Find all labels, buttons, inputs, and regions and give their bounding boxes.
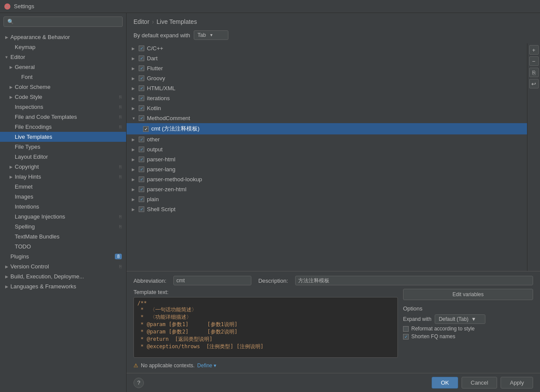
remove-button[interactable]: − [529,56,539,66]
define-link[interactable]: Define ▾ [197,363,216,369]
checkbox-parserzenhtml[interactable] [139,186,144,192]
sidebar-item-filecodetemplates[interactable]: File and Code Templates ⎘ [0,112,126,122]
template-group-methodcomment[interactable]: MethodComment [127,113,527,123]
checkbox-kotlin[interactable] [139,105,144,111]
checkbox-flutter[interactable] [139,65,144,71]
template-group-parsermethodlookup[interactable]: parser-method-lookup [127,174,527,184]
restore-button[interactable]: ↩ [529,79,539,88]
copy-button[interactable]: ⎘ [529,68,539,77]
sidebar-item-todo[interactable]: TODO [0,242,126,252]
sidebar-item-label: Editor [10,54,25,60]
sidebar-item-layouteditor[interactable]: Layout Editor [0,152,126,162]
template-item-cmt[interactable]: cmt (方法注释模板) [127,123,527,134]
help-button[interactable]: ? [133,378,144,388]
sidebar-item-copyright[interactable]: Copyright ⎘ [0,162,126,172]
sidebar-item-label: Code Style [15,94,42,100]
sidebar-item-codestyle[interactable]: Code Style ⎘ [0,92,126,102]
label-other: other [147,136,160,143]
apply-button[interactable]: Apply [501,377,533,389]
template-group-other[interactable]: other [127,134,527,144]
checkbox-parsermethodlookup[interactable] [139,176,144,182]
sidebar-item-versioncontrol[interactable]: Version Control ⎘ [0,261,126,271]
breadcrumb-sep: › [152,18,154,25]
template-group-kotlin[interactable]: Kotlin [127,103,527,113]
checkbox-plain[interactable] [139,196,144,202]
template-group-iterations[interactable]: iterations [127,93,527,103]
template-group-parserhtml[interactable]: parser-html [127,154,527,164]
sidebar-item-images[interactable]: Images [0,192,126,202]
checkbox-parserlang[interactable] [139,167,144,172]
label-parserlang: parser-lang [147,166,176,173]
sidebar-item-label: Languages & Frameworks [10,283,76,290]
checkbox-output[interactable] [139,147,144,152]
checkbox-groovy[interactable] [139,75,144,81]
dropdown-arrow: ▼ [209,33,213,37]
checkbox-dart[interactable] [139,56,144,61]
template-textarea[interactable]: /** * 〈一句话功能简述〉 * 〈功能详细描述〉 * @param [参数1… [133,297,398,358]
copy-icon5: ⎘ [119,164,122,169]
sidebar-item-fileencodings[interactable]: File Encodings ⎘ [0,122,126,132]
template-group-plain[interactable]: plain [127,194,527,204]
sidebar: 🔍 Appearance & Behavior Keymap Editor Ge… [0,13,127,392]
template-group-parserzenhtml[interactable]: parser-zen-html [127,184,527,194]
options-section: Options Expand with Default (Tab) ▼ Refo… [403,305,533,340]
sidebar-item-filetypes[interactable]: File Types [0,142,126,152]
sidebar-item-label: TextMate Bundles [15,233,59,240]
sidebar-item-buildexecution[interactable]: Build, Execution, Deployme... [0,271,126,281]
sidebar-item-keymap[interactable]: Keymap [0,42,126,52]
checkbox-other[interactable] [139,137,144,142]
sidebar-item-languageinjections[interactable]: Language Injections ⎘ [0,212,126,222]
label-shellscript: Shell Script [147,206,176,212]
checkbox-methodcomment[interactable] [139,115,144,121]
search-input[interactable] [16,19,119,25]
sidebar-item-label: Inlay Hints [15,173,41,180]
checkbox-cmt[interactable] [143,126,149,132]
sidebar-item-general[interactable]: General [0,62,126,72]
abbreviation-input[interactable] [173,276,251,285]
sidebar-item-inspections[interactable]: Inspections ⎘ [0,102,126,112]
checkbox-htmlxml[interactable] [139,85,144,91]
reformat-checkbox[interactable] [403,326,409,332]
template-group-groovy[interactable]: Groovy [127,73,527,83]
sidebar-item-languagesframeworks[interactable]: Languages & Frameworks [0,281,126,291]
sidebar-item-emmet[interactable]: Emmet [0,182,126,192]
search-box[interactable]: 🔍 [3,16,123,27]
template-group-flutter[interactable]: Flutter [127,63,527,73]
dialog-buttons: OK Cancel Apply [432,377,533,389]
template-group-shellscript[interactable]: Shell Script [127,204,527,214]
shorten-checkbox[interactable] [403,334,409,340]
copy-icon3: ⎘ [119,114,122,119]
sidebar-item-editor[interactable]: Editor [0,52,126,62]
edit-variables-button[interactable]: Edit variables [403,289,533,300]
template-list: C/C++ Dart Flutter Groo [127,43,527,271]
ok-button[interactable]: OK [432,377,458,389]
template-group-dart[interactable]: Dart [127,53,527,63]
checkbox-iterations[interactable] [139,95,144,101]
template-group-cc[interactable]: C/C++ [127,43,527,53]
template-group-output[interactable]: output [127,144,527,154]
template-group-parserlang[interactable]: parser-lang [127,164,527,174]
cancel-button[interactable]: Cancel [462,377,497,389]
tree-arrow-languagesframeworks [4,284,9,289]
description-input[interactable] [295,276,533,285]
checkbox-shellscript[interactable] [139,206,144,212]
sidebar-item-spelling[interactable]: Spelling ⎘ [0,222,126,232]
close-button[interactable]: ✕ [4,3,10,10]
template-group-htmlxml[interactable]: HTML/XML [127,83,527,93]
expand-dropdown[interactable]: Tab ▼ [194,30,228,40]
checkbox-cc[interactable] [139,46,144,51]
editor-bottom: Abbreviation: Description: Template text… [127,271,540,373]
add-button[interactable]: + [529,45,539,55]
breadcrumb-editor: Editor [133,18,150,25]
sidebar-item-livetemplates[interactable]: Live Templates [0,132,126,142]
sidebar-item-textmatebundles[interactable]: TextMate Bundles [0,232,126,242]
sidebar-item-inlayhints[interactable]: Inlay Hints ⎘ [0,172,126,182]
sidebar-item-colorscheme[interactable]: Color Scheme [0,82,126,92]
expand-with-dropdown[interactable]: Default (Tab) ▼ [435,314,485,324]
template-right-col: Edit variables Options Expand with Defau… [403,289,533,359]
sidebar-item-font[interactable]: Font [0,72,126,82]
sidebar-item-plugins[interactable]: Plugins 8 [0,252,126,261]
checkbox-parserhtml[interactable] [139,157,144,162]
sidebar-item-appearance[interactable]: Appearance & Behavior [0,32,126,42]
sidebar-item-intentions[interactable]: Intentions [0,202,126,212]
